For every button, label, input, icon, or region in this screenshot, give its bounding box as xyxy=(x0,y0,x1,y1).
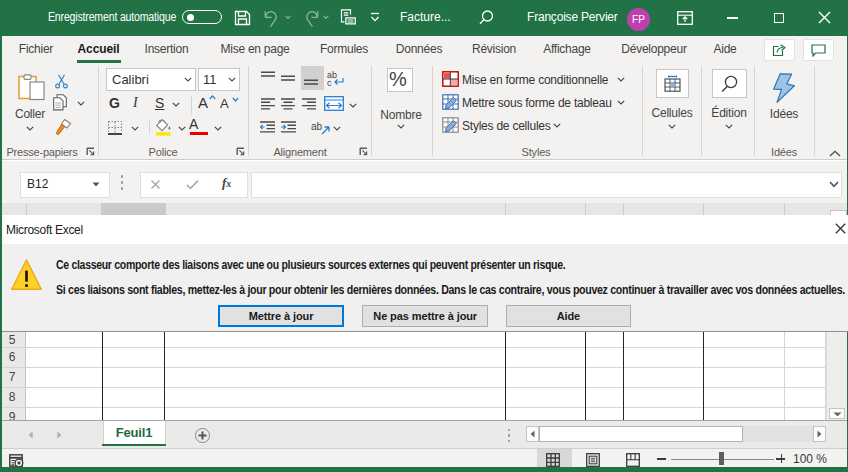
svg-text:ab: ab xyxy=(311,121,323,132)
svg-text:c: c xyxy=(327,78,332,88)
